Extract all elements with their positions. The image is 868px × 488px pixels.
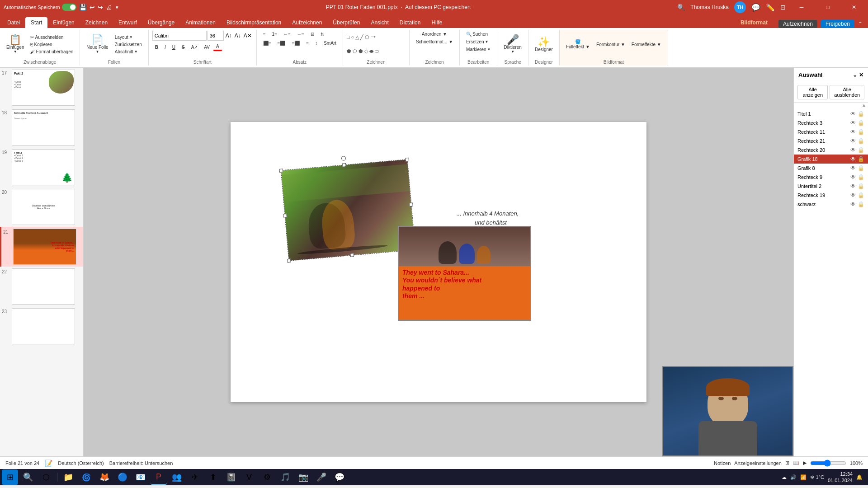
slide-thumb-20[interactable]: 20 Objekte auswählenlike a Boss (0, 187, 83, 227)
panel-item-titel1[interactable]: Titel 1 👁 🔒 (794, 109, 868, 118)
visibility-icon-8[interactable]: 👁 (850, 183, 856, 189)
autosave-toggle[interactable]: Automatisches Speichern (4, 4, 76, 11)
visibility-icon-3[interactable]: 👁 (850, 138, 856, 144)
text-direction-button[interactable]: ⇅ (318, 31, 327, 38)
formkontur-button[interactable]: Formkontur ▼ (594, 41, 628, 48)
decrease-indent-button[interactable]: ←≡ (281, 31, 293, 38)
view-normal-icon[interactable]: ⊞ (785, 460, 789, 466)
taskbar-edge[interactable]: 🌀 (78, 469, 94, 485)
slide-thumb-23[interactable]: 23 (0, 306, 83, 346)
panel-item-rechteck11[interactable]: Rechteck 11 👁 🔒 (794, 127, 868, 136)
lock-icon-1[interactable]: 🔒 (858, 120, 864, 126)
anordnen-button[interactable]: Anordnen ▼ (419, 31, 450, 38)
bold-button[interactable]: B (152, 44, 161, 51)
tab-aufzeichnen[interactable]: Aufzeichnen (287, 17, 327, 28)
tab-entwurf[interactable]: Entwurf (113, 17, 142, 28)
accessibility-indicator[interactable]: Barrierefreiheit: Untersuchen (109, 460, 173, 466)
slide-thumb-18[interactable]: 18 Schnelle Textfeld Auswahl Lorem ipsum (0, 108, 83, 147)
layout-button[interactable]: Layout▼ (112, 34, 145, 41)
align-left-button[interactable]: ⬛≡ (260, 40, 274, 47)
taskbar-search[interactable]: 🔍 (20, 469, 36, 485)
panel-item-schwarz[interactable]: schwarz 👁 🔒 (794, 200, 868, 209)
schnellformatvorlagen-button[interactable]: Schnellformat... ▼ (413, 38, 456, 45)
panel-item-rechteck19[interactable]: Rechteck 19 👁 🔒 (794, 191, 868, 200)
text-shadow-button[interactable]: A↗ (189, 44, 201, 51)
lock-icon-7[interactable]: 🔒 (858, 174, 864, 180)
lock-icon-10[interactable]: 🔒 (858, 201, 864, 207)
lock-icon-6[interactable]: 🔒 (858, 165, 864, 171)
tab-bildformat[interactable]: Bildformat (735, 17, 773, 28)
justify-button[interactable]: ≡ (303, 40, 311, 47)
taskbar-visio[interactable]: V (241, 469, 257, 485)
panel-expand-icon[interactable]: ⌄ (853, 72, 857, 78)
taskbar-misc2[interactable]: 🎵 (277, 469, 293, 485)
restore-icon[interactable]: ⊡ (780, 4, 786, 11)
undo-icon[interactable]: ↩ (90, 4, 95, 11)
taskbar-outlook[interactable]: 📧 (132, 469, 149, 485)
lock-icon-8[interactable]: 🔒 (858, 183, 864, 189)
italic-button[interactable]: I (162, 44, 169, 51)
panel-item-rechteck20[interactable]: Rechteck 20 👁 🔒 (794, 145, 868, 155)
einfuegen-button[interactable]: 📋 Einfügen ▼ (4, 31, 27, 58)
diktieren-button[interactable]: 🎤 Diktieren ▼ (501, 31, 524, 58)
slide-panel[interactable]: 17 Fakt 2 • Detail • Detail • Detail 18 … (0, 68, 84, 456)
sahara-card[interactable]: They went to Sahara... You wouldn´t beli… (398, 226, 531, 321)
visibility-icon-4[interactable]: 👁 (850, 147, 856, 153)
font-name-input[interactable] (152, 31, 207, 41)
share-button[interactable]: Freigeben (821, 20, 854, 28)
visibility-icon-1[interactable]: 👁 (850, 120, 856, 126)
save-icon[interactable]: 💾 (79, 4, 87, 11)
suchen-button[interactable]: 🔍 Suchen (463, 31, 491, 38)
taskbar-teams[interactable]: 👥 (169, 469, 185, 485)
hide-all-button[interactable]: Alle ausblenden (830, 85, 864, 99)
strikethrough-button[interactable]: S (179, 44, 188, 51)
taskbar-explorer[interactable]: 📁 (60, 469, 76, 485)
designer-button[interactable]: ✨ Designer (532, 31, 556, 58)
tab-datei[interactable]: Datei (2, 17, 25, 28)
tab-hilfe[interactable]: Hilfe (426, 17, 448, 28)
close-button[interactable]: ✕ (844, 0, 864, 14)
smartart-button[interactable]: SmArt (321, 40, 339, 47)
slide-thumb-22[interactable]: 22 (0, 267, 83, 306)
text-columns-button[interactable]: ⊟ (308, 31, 317, 38)
taskbar-telegram[interactable]: ✈ (187, 469, 203, 485)
visibility-icon-2[interactable]: 👁 (850, 129, 856, 135)
show-all-button[interactable]: Alle anzeigen (797, 85, 828, 99)
visibility-icon-7[interactable]: 👁 (850, 174, 856, 180)
taskbar-misc1[interactable]: ⚙ (259, 469, 275, 485)
neue-folie-button[interactable]: 📄 Neue Folie ▼ (84, 31, 111, 58)
language-indicator[interactable]: Deutsch (Österreich) (58, 460, 104, 466)
fuelleffekt-button[interactable]: 🪣 Fülleffekt ▼ (563, 38, 593, 51)
visibility-icon-9[interactable]: 👁 (850, 192, 856, 198)
formeffekte-button[interactable]: Formeffekte ▼ (629, 41, 664, 48)
lock-icon-9[interactable]: 🔒 (858, 192, 864, 198)
bullets-button[interactable]: ≡ (260, 31, 269, 38)
tab-ansicht[interactable]: Ansicht (365, 17, 394, 28)
maximize-button[interactable]: □ (817, 0, 838, 14)
tab-start[interactable]: Start (25, 17, 47, 28)
view-settings[interactable]: Anzeigeeinstellungen (734, 460, 782, 466)
lock-icon-2[interactable]: 🔒 (858, 129, 864, 135)
font-grow-button[interactable]: A↑ (225, 33, 233, 39)
font-shrink-button[interactable]: A↓ (234, 33, 242, 39)
font-size-input[interactable] (208, 31, 224, 41)
motocross-image[interactable]: ✥ (281, 160, 415, 261)
view-slideshow-icon[interactable]: ▶ (803, 460, 807, 466)
tab-bildschirm[interactable]: Bildschirmpräsentation (221, 17, 287, 28)
panel-item-rechteck21[interactable]: Rechteck 21 👁 🔒 (794, 136, 868, 145)
collapse-ribbon-icon[interactable]: ⌃ (858, 21, 863, 27)
taskbar-chrome[interactable]: 🔵 (114, 469, 131, 485)
zuruecksetzen-button[interactable]: Zurücksetzen (112, 41, 145, 48)
abschnitt-button[interactable]: Abschnitt▼ (112, 48, 145, 55)
network-icon[interactable]: 📶 (800, 474, 807, 480)
taskbar-misc5[interactable]: 💬 (331, 469, 348, 485)
autosave-switch[interactable] (62, 4, 76, 11)
slide-thumb-21[interactable]: 21 They went to Sahara...You wouldn´t be… (0, 227, 83, 267)
panel-item-grafik18[interactable]: Grafik 18 👁 🔒 (794, 155, 868, 164)
font-color-button[interactable]: A (213, 43, 222, 51)
visibility-icon-6[interactable]: 👁 (850, 165, 856, 171)
line-spacing-button[interactable]: ↕ (312, 40, 320, 47)
slide-thumb-17[interactable]: 17 Fakt 2 • Detail • Detail • Detail (0, 68, 83, 108)
chat-icon[interactable]: 💬 (751, 3, 760, 12)
visibility-icon-10[interactable]: 👁 (850, 201, 856, 207)
